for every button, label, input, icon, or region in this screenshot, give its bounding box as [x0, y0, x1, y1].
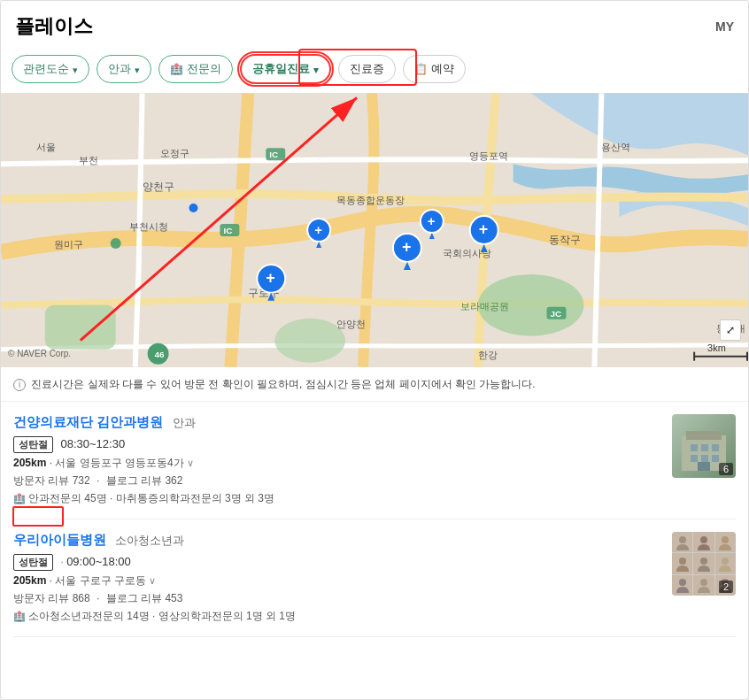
svg-point-3	[274, 319, 345, 363]
holiday-badge: 성탄절	[13, 554, 53, 571]
person-cell	[693, 553, 714, 573]
map-expand-button[interactable]: ⤢	[720, 319, 741, 341]
person-icon	[675, 556, 691, 572]
person-cell	[715, 532, 736, 552]
hospital-address: 서울 구로구 구로동	[55, 574, 146, 587]
svg-rect-52	[686, 431, 722, 440]
person-cell	[693, 532, 714, 552]
listing-item: 건양의료재단 김안과병원 안과 성탄절 08:30~12:30 205km · …	[13, 402, 736, 519]
svg-text:+: +	[402, 238, 411, 256]
booking-icon: 📋	[414, 63, 428, 75]
filter-holiday[interactable]: 공휴일진료	[240, 54, 331, 84]
listings-container: 건양의료재단 김안과병원 안과 성탄절 08:30~12:30 205km · …	[1, 402, 748, 637]
visitor-review-label: 방문자 리뷰 732	[13, 474, 90, 487]
map-svg: 원미구 부천시청 구로구 양천구 안양천 보라매공원 동작구 영등포역 용산역 …	[1, 93, 748, 367]
svg-rect-57	[701, 455, 708, 462]
info-notice: i 진료시간은 실제와 다를 수 있어 방문 전 확인이 필요하며, 점심시간 …	[1, 367, 748, 402]
svg-text:JC: JC	[551, 309, 562, 319]
svg-point-67	[700, 579, 707, 586]
svg-text:부천시청: 부천시청	[129, 221, 168, 232]
person-cell	[672, 532, 692, 552]
svg-text:3km: 3km	[707, 342, 726, 353]
svg-text:보라매공원: 보라매공원	[460, 301, 509, 312]
person-cell	[672, 575, 692, 596]
filter-eye[interactable]: 안과	[97, 55, 151, 83]
filter-bar: 관련도순 안과 🏥 전문의 공휴일진료 진료증 📋 예약	[1, 49, 748, 93]
svg-point-63	[679, 558, 686, 565]
hospital-distance: 205km	[13, 574, 46, 587]
svg-text:46: 46	[155, 350, 166, 359]
hospital-distance: 205km	[13, 457, 46, 469]
svg-text:+: +	[266, 269, 274, 287]
hospital-hours: 08:30~12:30	[60, 437, 125, 450]
hospital-name-link[interactable]: 건양의료재단 김안과병원	[13, 414, 163, 429]
svg-point-65	[722, 558, 729, 565]
person-icon	[675, 535, 691, 550]
svg-text:IC: IC	[269, 150, 278, 159]
svg-text:+: +	[479, 220, 488, 238]
filter-specialist[interactable]: 🏥 전문의	[158, 55, 233, 83]
page-title: 플레이스	[15, 13, 93, 40]
distance-row: 205km · 서울 영등포구 영등포동4가 ∨	[13, 456, 663, 471]
hospital-image[interactable]: 2	[672, 532, 736, 596]
my-button[interactable]: MY	[715, 19, 734, 34]
svg-point-28	[189, 204, 197, 212]
listing-content: 우리아이들병원 소아청소년과 성탄절 · 09:00~18:00 205km ·…	[13, 532, 663, 624]
specialties-row: 🏥 소아청소년과전문의 14명 · 영상의학과전문의 1명 외 1명	[13, 609, 663, 624]
hospital-image[interactable]: 6	[672, 414, 736, 478]
specialist-icon: 🏥	[13, 493, 26, 504]
filter-sort[interactable]: 관련도순	[12, 55, 89, 83]
filter-holiday-chevron	[313, 63, 319, 76]
holiday-badge: 성탄절	[13, 436, 53, 453]
svg-point-62	[722, 536, 729, 543]
address-chevron-icon[interactable]: ∨	[187, 458, 194, 468]
filter-treatment[interactable]: 진료증	[338, 55, 396, 83]
listing-content: 건양의료재단 김안과병원 안과 성탄절 08:30~12:30 205km · …	[13, 414, 663, 506]
info-icon: i	[13, 379, 26, 391]
filter-sort-chevron	[73, 63, 78, 76]
reviews-row: 방문자 리뷰 868 · 블로그 리뷰 453	[13, 591, 663, 606]
hospital-category: 소아청소년과	[115, 534, 184, 547]
svg-rect-2	[45, 305, 116, 350]
visitor-review-label: 방문자 리뷰 868	[13, 592, 90, 604]
svg-rect-56	[691, 455, 698, 462]
person-cell	[715, 553, 736, 573]
listing-header-row: 우리아이들병원 소아청소년과	[13, 532, 663, 549]
specialties-text: 소아청소년과전문의 14명 · 영상의학과전문의 1명 외 1명	[28, 609, 296, 624]
hours-row: 성탄절 · 09:00~18:00	[13, 553, 663, 571]
listing-item: 우리아이들병원 소아청소년과 성탄절 · 09:00~18:00 205km ·…	[13, 519, 736, 637]
main-container: 플레이스 MY 관련도순 안과 🏥 전문의 공휴일진료 진료증 📋	[0, 0, 749, 700]
map-copyright: © NAVER Corp.	[8, 349, 71, 358]
hospital-address: 서울 영등포구 영등포동4가	[55, 457, 183, 469]
address-chevron-icon[interactable]: ∨	[149, 575, 156, 586]
svg-text:양천구: 양천구	[143, 181, 174, 193]
filter-booking[interactable]: 📋 예약	[403, 55, 466, 83]
svg-text:원미구: 원미구	[54, 239, 83, 250]
expand-icon: ⤢	[726, 324, 735, 336]
person-icon	[696, 556, 712, 572]
specialties-text: 안과전문의 45명 · 마취통증의학과전문의 3명 외 3명	[28, 491, 274, 506]
blog-review-label: 블로그 리뷰 453	[106, 592, 183, 604]
svg-text:동작구: 동작구	[549, 234, 581, 246]
map-area[interactable]: 원미구 부천시청 구로구 양천구 안양천 보라매공원 동작구 영등포역 용산역 …	[1, 93, 748, 367]
svg-point-61	[700, 536, 707, 543]
svg-text:목동종합운동장: 목동종합운동장	[336, 195, 405, 205]
person-icon	[696, 577, 712, 593]
image-count-badge: 6	[719, 463, 733, 475]
filter-eye-label: 안과	[108, 61, 131, 77]
reviews-row: 방문자 리뷰 732 · 블로그 리뷰 362	[13, 473, 663, 488]
svg-text:+: +	[314, 222, 322, 237]
filter-eye-chevron	[135, 63, 140, 76]
svg-text:부천: 부천	[79, 155, 98, 165]
svg-text:+: +	[428, 213, 436, 228]
filter-holiday-label: 공휴일진료	[252, 61, 310, 77]
filter-booking-label: 예약	[431, 61, 454, 77]
svg-point-66	[679, 579, 686, 586]
person-icon	[717, 535, 733, 550]
hospital-category: 안과	[173, 416, 196, 429]
image-count-badge: 2	[719, 581, 733, 593]
header: 플레이스 MY	[1, 1, 748, 49]
hours-row: 성탄절 08:30~12:30	[13, 435, 663, 453]
specialties-row: 🏥 안과전문의 45명 · 마취통증의학과전문의 3명 외 3명	[13, 491, 663, 506]
hospital-name-link[interactable]: 우리아이들병원	[13, 532, 106, 547]
